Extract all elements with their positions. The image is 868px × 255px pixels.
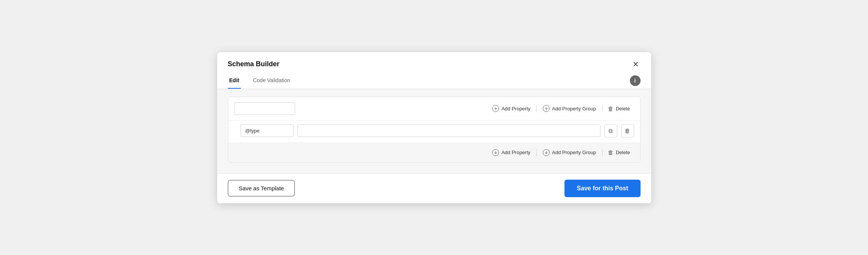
schema-block: + Add Property + Add Property Group 🗑 De… bbox=[228, 97, 641, 163]
top-delete-button[interactable]: 🗑 Delete bbox=[604, 103, 634, 114]
info-icon: i bbox=[634, 78, 636, 84]
bottom-delete-button[interactable]: 🗑 Delete bbox=[604, 147, 634, 158]
copy-property-button[interactable]: ⧉ bbox=[604, 124, 617, 137]
property-value-input[interactable] bbox=[297, 124, 601, 137]
trash-icon-property: 🗑 bbox=[625, 128, 630, 134]
top-add-property-button[interactable]: + Add Property bbox=[488, 103, 535, 114]
save-post-button[interactable]: Save for this Post bbox=[564, 180, 640, 197]
property-key-input[interactable] bbox=[240, 124, 294, 137]
info-button[interactable]: i bbox=[630, 75, 641, 86]
schema-block-header: + Add Property + Add Property Group 🗑 De… bbox=[228, 97, 640, 120]
bottom-action-divider-2 bbox=[602, 149, 603, 156]
modal-title: Schema Builder bbox=[228, 60, 280, 68]
property-row: ⧉ 🗑 bbox=[228, 120, 640, 143]
tab-code-validation[interactable]: Code Validation bbox=[251, 73, 292, 89]
bottom-add-property-icon: + bbox=[492, 149, 499, 156]
bottom-block-actions: + Add Property + Add Property Group 🗑 De… bbox=[228, 143, 640, 162]
tabs-container: Edit Code Validation bbox=[228, 73, 302, 89]
content-area: + Add Property + Add Property Group 🗑 De… bbox=[217, 89, 651, 173]
delete-property-button[interactable]: 🗑 bbox=[621, 124, 634, 137]
save-template-button[interactable]: Save as Template bbox=[228, 180, 295, 196]
bottom-action-divider bbox=[536, 149, 537, 156]
action-divider-2 bbox=[602, 105, 603, 112]
close-button[interactable]: ✕ bbox=[631, 59, 641, 70]
bottom-add-property-group-button[interactable]: + Add Property Group bbox=[538, 147, 601, 158]
trash-icon-top: 🗑 bbox=[608, 105, 614, 112]
bottom-add-property-button[interactable]: + Add Property bbox=[488, 147, 535, 158]
bottom-add-property-group-icon: + bbox=[543, 149, 550, 156]
top-add-property-group-button[interactable]: + Add Property Group bbox=[538, 103, 601, 114]
trash-icon-bottom: 🗑 bbox=[608, 149, 614, 156]
action-divider bbox=[536, 105, 537, 112]
schema-name-input[interactable] bbox=[234, 102, 295, 115]
schema-builder-modal: Schema Builder ✕ Edit Code Validation i bbox=[217, 52, 651, 203]
top-block-actions: + Add Property + Add Property Group 🗑 De… bbox=[488, 103, 634, 114]
tabs-bar: Edit Code Validation i bbox=[217, 73, 651, 89]
close-icon: ✕ bbox=[633, 61, 639, 68]
add-property-icon: + bbox=[492, 105, 499, 112]
tab-edit[interactable]: Edit bbox=[228, 73, 241, 89]
modal-header: Schema Builder ✕ bbox=[217, 52, 651, 70]
modal-footer: Save as Template Save for this Post bbox=[217, 173, 651, 203]
add-property-group-icon: + bbox=[543, 105, 550, 112]
copy-icon: ⧉ bbox=[609, 128, 613, 134]
